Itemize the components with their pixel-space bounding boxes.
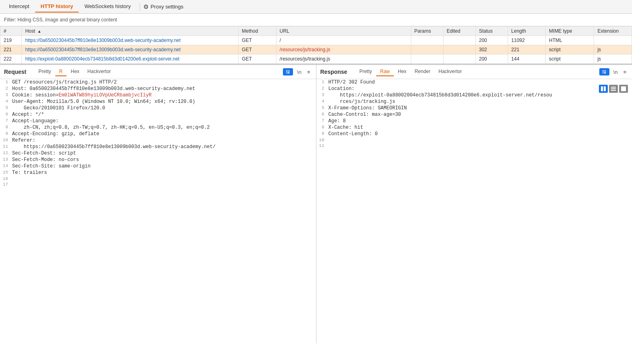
table-row[interactable]: 222https://exploit-0a88002004ecb734815b8…: [0, 54, 632, 64]
line-content: Gecko/20100101 Firefox/120.0: [12, 105, 105, 111]
view-list-icon[interactable]: [609, 85, 618, 93]
table-cell: 222: [0, 54, 22, 64]
code-line: 15Te: trailers: [0, 169, 316, 176]
svg-rect-0: [601, 86, 603, 91]
res-tab-raw[interactable]: Raw: [376, 67, 394, 76]
line-content: https://0a6500230445b7ff810e8e13009b003d…: [12, 144, 216, 150]
response-panel-title: Response: [320, 69, 347, 75]
col-header-num[interactable]: #: [0, 27, 22, 36]
response-tabs: Pretty Raw Hex Render Hackvertor: [355, 67, 599, 76]
tab-http-history[interactable]: HTTP history: [35, 1, 79, 13]
table-header-row: # Host ▲ Method URL Params Edited Status…: [0, 27, 632, 36]
line-number: 16: [0, 176, 12, 181]
res-newline-button[interactable]: \n: [612, 68, 619, 76]
code-line: 5X-Frame-Options: SAMEORIGIN: [316, 105, 632, 111]
req-menu-button[interactable]: ≡: [306, 68, 312, 76]
response-panel-header: Response Pretty Raw Hex Render Hackverto…: [316, 65, 632, 79]
table-row[interactable]: 219https://0a6500230445b7ff810e8e13009b0…: [0, 36, 632, 45]
line-number: 15: [0, 170, 12, 176]
response-panel-actions: 🖫 \n ≡: [599, 68, 628, 76]
line-number: 12: [0, 151, 12, 156]
proxy-settings-button[interactable]: ⚙ Proxy settings: [143, 3, 184, 10]
filter-bar[interactable]: Filter: Hiding CSS, image and general bi…: [0, 14, 632, 26]
code-line: 6Cache-Control: max-age=30: [316, 111, 632, 118]
line-content: Accept-Encoding: gzip, deflate: [12, 131, 99, 137]
line-number: 8: [316, 125, 329, 130]
code-line: 11 https://0a6500230445b7ff810e8e13009b0…: [0, 144, 316, 150]
res-tab-hex[interactable]: Hex: [394, 67, 410, 76]
table-cell: [411, 45, 443, 54]
col-header-status[interactable]: Status: [475, 27, 508, 36]
table-cell: script: [546, 54, 594, 64]
view-columns-icon[interactable]: [599, 85, 608, 93]
code-line: 2Location:: [316, 86, 632, 92]
line-number: 10: [0, 138, 12, 143]
req-tab-pretty[interactable]: Pretty: [34, 67, 55, 76]
table-cell: [411, 36, 443, 45]
line-content: Accept: */*: [12, 112, 44, 117]
view-single-icon[interactable]: [619, 85, 628, 93]
line-number: 5: [316, 105, 329, 111]
code-line: 14Sec-Fetch-Site: same-origin: [0, 163, 316, 169]
line-number: 14: [0, 163, 12, 169]
line-content: Cache-Control: max-age=30: [329, 112, 401, 117]
res-save-button[interactable]: 🖫: [599, 68, 609, 75]
req-tab-r[interactable]: R: [55, 67, 67, 76]
line-number: 6: [316, 112, 329, 117]
req-newline-button[interactable]: \n: [295, 68, 303, 76]
col-header-mime[interactable]: MIME type: [546, 27, 594, 36]
filter-text: Filter: Hiding CSS, image and general bi…: [4, 17, 117, 23]
res-tab-render[interactable]: Render: [410, 67, 434, 76]
tab-intercept[interactable]: Intercept: [3, 1, 35, 13]
col-header-length[interactable]: Length: [508, 27, 545, 36]
table-cell: 302: [475, 45, 508, 54]
line-number: 6: [0, 112, 12, 117]
tab-websockets-history[interactable]: WebSockets history: [79, 1, 136, 13]
res-tab-hackvertor[interactable]: Hackvertor: [434, 67, 466, 76]
table-cell: /resources/js/tracking.js: [276, 54, 411, 64]
code-line: 12Sec-Fetch-Dest: script: [0, 150, 316, 157]
code-line: 3 https://exploit-0a88002004ecb734815b8d…: [316, 92, 632, 98]
res-tab-pretty[interactable]: Pretty: [355, 67, 376, 76]
table-cell: 144: [508, 54, 545, 64]
line-content: Sec-Fetch-Mode: no-cors: [12, 157, 79, 163]
res-menu-button[interactable]: ≡: [622, 68, 628, 76]
line-number: 11: [0, 144, 12, 150]
table-cell: HTML: [546, 36, 594, 45]
table-cell: [594, 36, 632, 45]
request-panel-header: Request Pretty R Hex Hackvertor 🖫 \n ≡: [0, 65, 316, 79]
code-line: 4 rces/js/tracking.js: [316, 98, 632, 105]
history-table: # Host ▲ Method URL Params Edited Status…: [0, 26, 632, 64]
svg-rect-1: [604, 86, 606, 91]
table-cell: https://exploit-0a88002004ecb734815b8d3d…: [22, 54, 239, 64]
table-cell: 11092: [508, 36, 545, 45]
table-cell: 221: [508, 45, 545, 54]
line-content: Host: 0a6500230445b7ff810e8e13009b003d.w…: [12, 86, 195, 92]
req-tab-hackvertor[interactable]: Hackvertor: [84, 67, 115, 76]
col-header-host[interactable]: Host ▲: [22, 27, 239, 36]
col-header-params[interactable]: Params: [411, 27, 443, 36]
history-table-container: # Host ▲ Method URL Params Edited Status…: [0, 26, 632, 64]
table-cell: [443, 36, 475, 45]
code-line: 16: [0, 176, 316, 182]
line-content: Referer:: [12, 138, 36, 143]
request-panel-title: Request: [4, 69, 26, 75]
col-header-method[interactable]: Method: [239, 27, 276, 36]
req-tab-hex[interactable]: Hex: [67, 67, 83, 76]
col-header-extension[interactable]: Extension: [594, 27, 632, 36]
col-header-edited[interactable]: Edited: [443, 27, 475, 36]
table-row[interactable]: 221https://0a6500230445b7ff810e8e13009b0…: [0, 45, 632, 54]
cookie-value: Em0lWATW89hyiLOVpUeCRbambjvcIlyR: [59, 92, 151, 98]
line-number: 11: [316, 143, 329, 148]
code-line: 1HTTP/2 302 Found: [316, 79, 632, 86]
line-number: 9: [316, 131, 329, 137]
table-cell: 221: [0, 45, 22, 54]
request-panel-actions: 🖫 \n ≡: [283, 68, 312, 76]
table-cell: 200: [475, 36, 508, 45]
req-save-button[interactable]: 🖫: [283, 68, 293, 75]
code-line: 3Cookie: session=Em0lWATW89hyiLOVpUeCRba…: [0, 92, 316, 98]
table-cell: GET: [239, 36, 276, 45]
col-header-url[interactable]: URL: [276, 27, 411, 36]
table-cell: 219: [0, 36, 22, 45]
line-content: rces/js/tracking.js: [329, 99, 396, 105]
